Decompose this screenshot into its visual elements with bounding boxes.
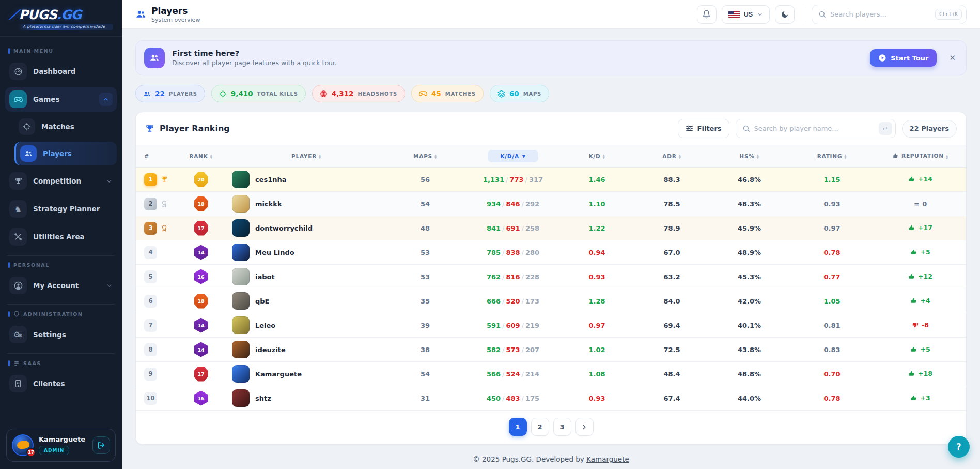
col-maps[interactable]: MAPS▲▼ (384, 145, 466, 168)
sidebar-item-label: Games (33, 95, 93, 103)
help-button[interactable]: ? (948, 436, 970, 458)
col-rating[interactable]: RATING▲▼ (789, 145, 875, 168)
chevron-up-icon[interactable] (99, 93, 113, 106)
assists-value: 219 (525, 322, 539, 329)
kills-value: 566 (487, 370, 501, 378)
bell-icon (702, 10, 711, 19)
developer-link[interactable]: Kamarguete (586, 455, 629, 463)
table-row[interactable]: 218mickkk54934/846/2921.1078.548.3%0.93=… (136, 192, 966, 216)
player-name[interactable]: iabot (255, 273, 275, 281)
reputation-value: +5 (910, 345, 930, 353)
search-input[interactable] (830, 10, 931, 18)
col-adr[interactable]: ADR▲▼ (634, 145, 709, 168)
shield-icon (13, 311, 20, 317)
player-cell-td: mickkk (229, 192, 384, 216)
table-row[interactable]: 317dontworrychild48841/691/2581.2278.945… (136, 216, 966, 240)
assists-value: 280 (525, 249, 539, 256)
sidebar-item-dashboard[interactable]: Dashboard (5, 59, 117, 84)
start-tour-button[interactable]: Start Tour (870, 49, 937, 67)
col-kd[interactable]: K/D▲▼ (559, 145, 634, 168)
sidebar-item-games[interactable]: Games (5, 87, 117, 112)
position-badge: 7 (144, 319, 157, 332)
language-selector[interactable]: US (722, 5, 770, 24)
player-name[interactable]: dontworrychild (255, 224, 313, 232)
reputation-value: +14 (908, 175, 932, 183)
kda-value: 1,131/773/317 (466, 168, 559, 192)
kd-value: 0.94 (559, 240, 634, 265)
page-button-2[interactable]: 2 (531, 418, 549, 436)
col-player[interactable]: PLAYER▲▼ (229, 145, 384, 168)
sidebar-item-strategy-planner[interactable]: ♞ Strategy Planner (5, 196, 117, 221)
sidebar-item-my-account[interactable]: My Account (5, 273, 117, 298)
table-row[interactable]: 618qbE35666/520/1731.2884.042.0%1.05+4 (136, 289, 966, 313)
notifications-button[interactable] (697, 5, 717, 24)
dark-mode-toggle[interactable] (775, 5, 795, 24)
rank-cell: 14 (173, 240, 229, 265)
thumb-up-icon (908, 273, 915, 280)
reputation-cell: +5 (875, 240, 966, 265)
col-reputation[interactable]: REPUTATION▲▼ (875, 145, 966, 168)
rank-badge: 14 (194, 245, 208, 260)
page-button-3[interactable]: 3 (553, 418, 571, 436)
kda-value: 934/846/292 (466, 192, 559, 216)
user-icon (9, 277, 27, 294)
deaths-value: 573 (506, 346, 520, 354)
table-row[interactable]: 917Kamarguete54566/524/2141.0848.448.8%0… (136, 362, 966, 386)
table-row[interactable]: 1016shtz31450/483/1750.9367.444.0%0.78+3 (136, 386, 966, 411)
search-icon (818, 10, 826, 18)
rank-cell: 17 (173, 362, 229, 386)
target-icon (320, 90, 328, 98)
position-cell: 6 (136, 289, 173, 313)
col-hs[interactable]: HS%▲▼ (709, 145, 789, 168)
sidebar-item-competition[interactable]: Competition (5, 169, 117, 193)
col-kda[interactable]: K/D/A▼ (466, 145, 559, 168)
table-row[interactable]: 814ideuzite38582/573/2071.0272.543.8%0.8… (136, 338, 966, 362)
trophy-icon (161, 176, 168, 183)
app-logo[interactable]: ⟋PUGS.GG A plataforma líder em competiti… (0, 0, 122, 37)
player-count-badge: 22 Players (902, 120, 957, 138)
page-button-1[interactable]: 1 (509, 418, 527, 436)
player-name[interactable]: Leleo (255, 322, 275, 329)
position-cell: 2 (136, 192, 173, 216)
banner-title: First time here? (172, 49, 337, 57)
maps-value: 35 (384, 289, 466, 313)
rating-value: 0.70 (789, 362, 875, 386)
player-name[interactable]: qbE (255, 297, 270, 305)
player-name[interactable]: Kamarguete (255, 370, 302, 378)
sidebar-item-clientes[interactable]: Clientes (5, 371, 117, 396)
sidebar-item-label: Strategy Planner (33, 205, 113, 213)
player-name[interactable]: ces1nha (255, 176, 287, 184)
language-label: US (744, 11, 753, 18)
sidebar-item-utilities-area[interactable]: Utilities Area (5, 224, 117, 249)
table-row[interactable]: 120ces1nha561,131/773/3171.4688.346.8%1.… (136, 168, 966, 192)
sidebar-item-players[interactable]: Players (14, 142, 117, 165)
filters-button[interactable]: Filters (678, 119, 729, 138)
table-row[interactable]: 414Meu Lindo53785/838/2800.9467.048.9%0.… (136, 240, 966, 265)
rank-cell: 16 (173, 386, 229, 411)
us-flag-icon (728, 11, 740, 18)
player-name[interactable]: mickkk (255, 200, 282, 208)
table-row[interactable]: 516iabot53762/816/2280.9363.245.3%0.77+1… (136, 265, 966, 289)
player-name[interactable]: ideuzite (255, 346, 286, 354)
layers-icon (497, 90, 505, 98)
table-row[interactable]: 714Leleo39591/609/2190.9769.440.1%0.81-8 (136, 313, 966, 338)
close-icon[interactable]: ✕ (949, 53, 956, 63)
reputation-value: +3 (910, 394, 930, 402)
avatar (232, 268, 250, 285)
player-name[interactable]: shtz (255, 395, 271, 402)
section-saas: SAAS (8, 360, 114, 366)
player-name[interactable]: Meu Lindo (255, 249, 294, 256)
col-rank[interactable]: RANK▲▼ (173, 145, 229, 168)
next-page-button[interactable] (575, 418, 594, 436)
player-cell-td: dontworrychild (229, 216, 384, 240)
logout-button[interactable] (92, 436, 110, 454)
rank-cell: 18 (173, 192, 229, 216)
sidebar-item-label: Clientes (33, 380, 113, 388)
sidebar-item-matches[interactable]: Matches (14, 115, 117, 139)
sidebar-item-label: Utilities Area (33, 233, 113, 241)
assists-value: 317 (529, 176, 543, 184)
user-card[interactable]: 17 Kamarguete ADMIN (6, 429, 116, 462)
player-search-input[interactable] (754, 125, 875, 132)
sidebar-item-settings[interactable]: ⚙⚙ Settings (5, 322, 117, 347)
hs-value: 45.3% (709, 265, 789, 289)
